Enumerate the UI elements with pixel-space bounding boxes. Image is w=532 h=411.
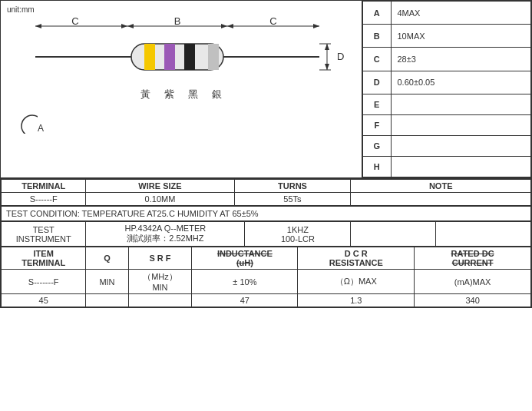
condition-table: TEST CONDITION: TEMPERATURE AT25.C HUMID… — [1, 206, 531, 221]
svg-text:D: D — [337, 51, 344, 62]
specs-row: H — [363, 156, 531, 177]
dim-a-label: A — [38, 123, 44, 134]
terminal-table: TERMINAL WIRE SIZE TURNS NOTE S------F 0… — [1, 179, 531, 206]
instrument-table: TEST INSTRUMENT HP.4342A Q--METER 測試頻率：2… — [1, 221, 531, 247]
item-subheader: S-------F — [2, 270, 86, 294]
spec-label: E — [363, 94, 392, 114]
spec-label: F — [363, 114, 392, 135]
wiresize-value: 0.10MM — [86, 193, 234, 206]
terminal-value: S------F — [2, 193, 86, 206]
svg-marker-6 — [221, 24, 227, 28]
specs-row: C28±3 — [363, 48, 531, 71]
data-headers-table: ITEM TERMINAL Q S R F INDUCTANCE (uH) D … — [1, 247, 531, 307]
unit-label: unit:mm — [7, 5, 355, 14]
instrument-label: TEST INSTRUMENT — [2, 222, 86, 247]
svg-rect-18 — [208, 44, 219, 70]
dcr-header: D C R RESISTANCE — [298, 247, 415, 270]
svg-rect-15 — [144, 44, 155, 70]
spec-label: G — [363, 135, 392, 156]
inductance-subheader: ± 10% — [192, 270, 298, 294]
diagram-area: unit:mm C B — [1, 1, 362, 177]
item-value: 45 — [2, 294, 86, 307]
spec-value — [391, 114, 531, 135]
resistor-svg: C B C — [7, 17, 355, 86]
svg-marker-21 — [325, 64, 329, 70]
specs-row: F — [363, 114, 531, 135]
condition-row: TEST CONDITION: TEMPERATURE AT25.C HUMID… — [2, 207, 531, 221]
spec-label: H — [363, 156, 392, 177]
svg-rect-16 — [164, 44, 175, 70]
specs-row: G — [363, 135, 531, 156]
svg-point-25 — [21, 115, 38, 134]
turns-header: TURNS — [234, 180, 351, 193]
main-container: unit:mm C B — [0, 0, 532, 308]
specs-row: B10MAX — [363, 25, 531, 48]
spec-label: A — [363, 2, 392, 25]
spec-label: C — [363, 48, 392, 71]
turns-value: 55Ts — [234, 193, 351, 206]
svg-text:C: C — [269, 17, 276, 27]
bottom-section: TERMINAL WIRE SIZE TURNS NOTE S------F 0… — [1, 178, 531, 307]
current-header: RATED DC CURRENT — [415, 247, 531, 270]
svg-marker-10 — [313, 24, 319, 28]
spec-value: 10MAX — [391, 25, 531, 48]
svg-marker-5 — [127, 24, 134, 28]
q-subheader: MIN — [86, 270, 128, 294]
band-label-3: 銀 — [212, 88, 222, 101]
resistor-diagram: C B C — [7, 17, 355, 86]
svg-marker-2 — [121, 24, 127, 28]
current-value: 340 — [415, 294, 531, 307]
terminal-data-row: S------F 0.10MM 55Ts — [2, 193, 531, 206]
specs-row: E — [363, 94, 531, 114]
spec-value: 4MAX — [391, 2, 531, 25]
specs-row: D0.60±0.05 — [363, 71, 531, 94]
band-label-0: 黃 — [140, 88, 150, 101]
instrument-empty2 — [435, 222, 530, 247]
note-header: NOTE — [351, 180, 531, 193]
instrument-col1: HP.4342A Q--METER 測試頻率：2.52MHZ — [86, 222, 245, 247]
svg-marker-1 — [35, 24, 41, 28]
svg-rect-17 — [184, 44, 195, 70]
spec-label: B — [363, 25, 392, 48]
data-value-row: 45 47 1.3 340 — [2, 294, 531, 307]
q-header: Q — [86, 247, 128, 270]
band-label-1: 紫 — [164, 88, 174, 101]
instrument-row: TEST INSTRUMENT HP.4342A Q--METER 測試頻率：2… — [2, 222, 531, 247]
top-section: unit:mm C B — [1, 1, 531, 178]
specs-row: A4MAX — [363, 2, 531, 25]
spec-value — [391, 156, 531, 177]
item-header: ITEM TERMINAL — [2, 247, 86, 270]
spec-value: 28±3 — [391, 48, 531, 71]
spec-value — [391, 94, 531, 114]
instrument-col2: 1KHZ 100-LCR — [245, 222, 351, 247]
dcr-value: 1.3 — [298, 294, 415, 307]
svg-marker-9 — [227, 24, 233, 28]
spec-value: 0.60±0.05 — [391, 71, 531, 94]
spec-value — [391, 135, 531, 156]
circle-lead-diagram: A — [13, 109, 355, 134]
svg-text:C: C — [71, 17, 78, 27]
specs-table: A4MAXB10MAXC28±3D0.60±0.05EFGH — [362, 1, 531, 177]
condition-text: TEST CONDITION: TEMPERATURE AT25.C HUMID… — [2, 207, 531, 221]
data-subheader-row: S-------F MIN （MHz） MIN ± 10% （Ω）MAX (mA… — [2, 270, 531, 294]
srf-subheader: （MHz） MIN — [128, 270, 192, 294]
current-subheader: (mA)MAX — [415, 270, 531, 294]
terminal-header-row: TERMINAL WIRE SIZE TURNS NOTE — [2, 180, 531, 193]
q-value — [86, 294, 128, 307]
terminal-header: TERMINAL — [2, 180, 86, 193]
band-label-2: 黑 — [188, 88, 198, 101]
band-labels: 黃 紫 黑 銀 — [7, 88, 355, 101]
inductance-header: INDUCTANCE (uH) — [192, 247, 298, 270]
data-header-row: ITEM TERMINAL Q S R F INDUCTANCE (uH) D … — [2, 247, 531, 270]
srf-value — [128, 294, 192, 307]
instrument-empty1 — [351, 222, 435, 247]
svg-text:B: B — [174, 17, 181, 27]
dcr-subheader: （Ω）MAX — [298, 270, 415, 294]
note-value — [351, 193, 531, 206]
srf-header: S R F — [128, 247, 192, 270]
wiresize-header: WIRE SIZE — [86, 180, 234, 193]
spec-label: D — [363, 71, 392, 94]
circle-svg — [13, 109, 38, 134]
inductance-value: 47 — [192, 294, 298, 307]
svg-marker-20 — [325, 44, 329, 50]
